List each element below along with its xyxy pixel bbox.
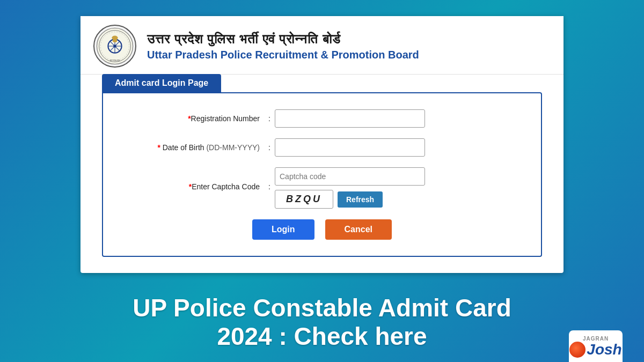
refresh-button[interactable]: Refresh [338,191,383,208]
main-card: UP POLICE उत्तर प्रदेश पुलिस भर्ती एवं प… [80,16,564,273]
login-button[interactable]: Login [252,219,314,240]
dob-input[interactable] [275,138,425,157]
registration-row: *Registration Number : [125,109,519,128]
header-text: उत्तर प्रदेश पुलिस भर्ती एवं प्रोन्नति ब… [147,32,419,61]
logo-emblem: UP POLICE [93,25,136,68]
bottom-title-line1: UP Police Constable Admit Card [133,294,511,322]
admit-card-tab-wrapper: Admit card Login Page [80,75,564,92]
svg-point-9 [113,39,117,42]
form-box: *Registration Number : * Date of Birth (… [102,92,542,257]
captcha-input[interactable] [275,167,425,186]
button-row: Login Cancel [125,219,519,240]
hindi-title: उत्तर प्रदेश पुलिस भर्ती एवं प्रोन्नति ब… [147,32,419,47]
captcha-label: *Enter Captcha Code [125,167,264,191]
admit-card-tab-label: Admit card Login Page [102,74,221,92]
captcha-row: *Enter Captcha Code : BZQU Refresh [125,167,519,209]
registration-colon: : [264,114,275,123]
captcha-right: BZQU Refresh [275,167,425,209]
jagran-josh-logo: JAGRAN Josh [569,330,623,362]
captcha-display-row: BZQU Refresh [275,190,425,209]
josh-logo-row: Josh [569,342,621,358]
cancel-button[interactable]: Cancel [325,219,392,240]
josh-dot-icon [569,342,586,358]
svg-text:UP POLICE: UP POLICE [110,60,120,62]
bottom-section: UP Police Constable Admit Card 2024 : Ch… [0,273,644,362]
bottom-title-line2: 2024 : Check here [133,322,511,351]
english-title: Uttar Pradesh Police Recruitment & Promo… [147,49,419,61]
bottom-title: UP Police Constable Admit Card 2024 : Ch… [133,294,511,351]
dob-row: * Date of Birth (DD-MM-YYYY) : [125,138,519,157]
form-section: *Registration Number : * Date of Birth (… [80,92,564,262]
josh-text: Josh [587,342,621,357]
registration-label: *Registration Number [125,114,264,123]
dob-colon: : [264,143,275,152]
header: UP POLICE उत्तर प्रदेश पुलिस भर्ती एवं प… [80,16,564,75]
dob-label-text: * Date of Birth (DD-MM-YYYY) [157,143,260,152]
dob-label: * Date of Birth (DD-MM-YYYY) [125,143,264,152]
captcha-colon: : [264,167,275,191]
captcha-label-text: *Enter Captcha Code [189,182,260,191]
registration-label-text: *Registration Number [188,114,260,123]
registration-input[interactable] [275,109,425,128]
captcha-code-display: BZQU [275,190,333,209]
